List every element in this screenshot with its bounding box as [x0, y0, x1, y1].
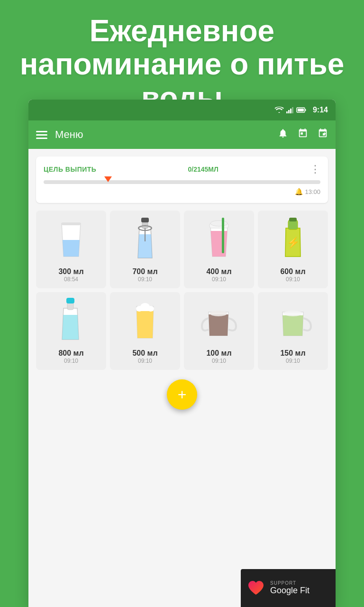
- svg-rect-28: [208, 314, 229, 337]
- drink-grid: 300 мл 08:54: [36, 211, 328, 370]
- drink-amount-3: 600 мл: [280, 267, 305, 276]
- svg-rect-17: [222, 218, 224, 253]
- drink-item-water-glass[interactable]: 300 мл 08:54: [36, 211, 106, 288]
- status-icons: 9:14: [275, 106, 328, 114]
- drink-amount-6: 100 мл: [206, 349, 231, 358]
- svg-point-29: [210, 311, 227, 316]
- google-fit-badge: SUPPORT Google Fit: [241, 569, 336, 607]
- svg-rect-5: [298, 109, 304, 111]
- svg-rect-6: [305, 109, 306, 111]
- google-fit-text: SUPPORT Google Fit: [270, 580, 309, 596]
- battery-icon: [297, 107, 306, 113]
- svg-rect-30: [282, 315, 304, 337]
- drink-amount-5: 500 мл: [132, 349, 157, 358]
- drink-amount-2: 400 мл: [206, 267, 231, 276]
- goal-amount: 0/2145МЛ: [188, 166, 218, 173]
- status-time: 9:14: [313, 106, 328, 114]
- google-fit-name-label: Google Fit: [270, 586, 309, 596]
- svg-rect-7: [61, 240, 82, 259]
- svg-rect-8: [62, 222, 81, 225]
- drink-item-water-bottle2[interactable]: 800 мл 09:10: [36, 292, 106, 370]
- drink-item-energy[interactable]: ⚡ 600 мл 09:10: [258, 211, 328, 288]
- drink-visual-juice-cup: [202, 216, 236, 264]
- svg-point-15: [210, 221, 228, 226]
- svg-rect-3: [292, 107, 293, 113]
- drink-amount-4: 800 мл: [58, 349, 83, 358]
- drink-time-2: 09:10: [212, 276, 226, 283]
- svg-text:⚡: ⚡: [287, 236, 300, 249]
- fab-container: +: [36, 370, 328, 419]
- svg-rect-23: [62, 315, 79, 340]
- drink-visual-water-bottle2: [55, 298, 88, 345]
- main-content: ЦЕЛЬ ВЫПИТЬ 0/2145МЛ ⋮ 🔔 13:00: [28, 149, 336, 607]
- toolbar-title: Меню: [55, 129, 270, 141]
- svg-point-27: [147, 306, 154, 312]
- add-drink-button[interactable]: +: [167, 379, 197, 410]
- drink-amount-1: 700 мл: [132, 267, 157, 276]
- drink-time-1: 09:10: [138, 276, 152, 283]
- reminder-bell-icon: 🔔: [295, 188, 303, 195]
- drink-item-tea[interactable]: 150 мл 09:10: [258, 292, 328, 370]
- goal-card: ЦЕЛЬ ВЫПИТЬ 0/2145МЛ ⋮ 🔔 13:00: [36, 156, 328, 203]
- drink-time-6: 09:10: [212, 358, 226, 364]
- drink-time-7: 09:10: [286, 358, 300, 364]
- drink-visual-energy: ⚡: [276, 216, 309, 264]
- toolbar-actions: [278, 128, 328, 141]
- status-bar: 9:14: [28, 100, 336, 120]
- wifi-icon: [275, 107, 283, 113]
- drink-amount-0: 300 мл: [58, 267, 83, 276]
- drink-item-juice-cup[interactable]: 400 мл 09:10: [184, 211, 254, 288]
- calendar-button[interactable]: [298, 128, 308, 141]
- drink-time-3: 09:10: [286, 276, 300, 283]
- drink-time-0: 08:54: [64, 276, 78, 283]
- drink-visual-beer: [128, 298, 162, 345]
- svg-point-31: [283, 311, 302, 316]
- svg-rect-22: [66, 298, 74, 304]
- add-calendar-button[interactable]: [318, 128, 328, 141]
- drink-visual-coffee: [202, 298, 236, 345]
- svg-rect-19: [289, 218, 297, 221]
- svg-rect-24: [136, 311, 154, 339]
- drink-visual-tea: [276, 298, 309, 345]
- svg-rect-16: [210, 231, 228, 258]
- hamburger-menu-button[interactable]: [36, 131, 47, 139]
- google-fit-heart-icon: [246, 579, 265, 598]
- progress-marker: [104, 176, 112, 182]
- goal-reminder-time: 🔔 13:00: [44, 188, 320, 195]
- drink-item-beer[interactable]: 500 мл 09:10: [110, 292, 180, 370]
- svg-rect-10: [141, 218, 149, 222]
- drink-time-5: 09:10: [138, 358, 152, 364]
- svg-rect-2: [290, 109, 291, 113]
- goal-header: ЦЕЛЬ ВЫПИТЬ 0/2145МЛ ⋮: [44, 164, 320, 175]
- drink-item-water-bottle[interactable]: 700 мл 09:10: [110, 211, 180, 288]
- goal-more-button[interactable]: ⋮: [310, 164, 320, 175]
- signal-icon: [286, 107, 294, 113]
- svg-rect-0: [286, 111, 288, 113]
- toolbar: Меню: [28, 120, 336, 149]
- google-fit-support-label: SUPPORT: [270, 580, 309, 586]
- progress-bar-container: [44, 180, 320, 184]
- drink-time-4: 09:10: [64, 358, 78, 364]
- svg-rect-1: [288, 110, 290, 113]
- reminder-time-text: 13:00: [305, 188, 320, 195]
- goal-label: ЦЕЛЬ ВЫПИТЬ: [44, 166, 96, 173]
- drink-visual-water-glass: [55, 216, 88, 264]
- drink-amount-7: 150 мл: [280, 349, 305, 358]
- drink-visual-water-bottle: [128, 216, 162, 264]
- phone-frame: 9:14 Меню: [28, 100, 336, 607]
- drink-item-coffee[interactable]: 100 мл 09:10: [184, 292, 254, 370]
- notification-button[interactable]: [278, 128, 288, 141]
